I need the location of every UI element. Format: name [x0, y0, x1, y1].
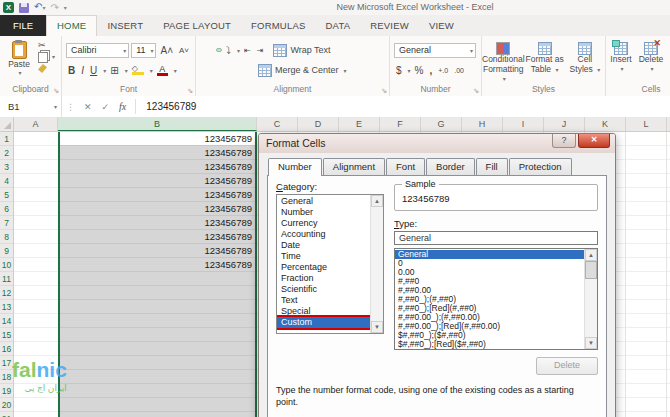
bold-button[interactable]: B: [66, 65, 77, 76]
wrap-text-button[interactable]: Wrap Text: [273, 44, 330, 57]
row-header-21[interactable]: 21: [0, 412, 13, 417]
row-header-9[interactable]: 9: [0, 244, 13, 258]
category-item-general[interactable]: General: [277, 196, 370, 207]
cell-a16[interactable]: [14, 342, 58, 356]
category-scrollbar[interactable]: ▲ ▼: [370, 195, 383, 333]
category-item-date[interactable]: Date: [277, 240, 370, 251]
row-header-6[interactable]: 6: [0, 202, 13, 216]
column-header-f[interactable]: F: [380, 117, 421, 131]
format-painter-icon[interactable]: [38, 64, 55, 73]
cell-b13[interactable]: [60, 300, 255, 314]
tab-review[interactable]: REVIEW: [360, 16, 419, 36]
name-box[interactable]: B1▾: [0, 96, 62, 117]
fill-color-dropdown-icon[interactable]: ▾: [150, 67, 153, 74]
type-code-item-0[interactable]: General: [395, 250, 584, 259]
tab-view[interactable]: VIEW: [419, 16, 464, 36]
scrollbar-thumb[interactable]: [585, 261, 597, 279]
select-all-corner[interactable]: [0, 117, 14, 131]
type-input[interactable]: General: [394, 231, 598, 245]
accounting-dropdown-icon[interactable]: ▾: [408, 67, 411, 74]
row-header-16[interactable]: 16: [0, 342, 13, 356]
cell-b11[interactable]: [60, 272, 255, 286]
row-header-7[interactable]: 7: [0, 216, 13, 230]
cell-b21[interactable]: [60, 412, 255, 417]
cell-a2[interactable]: [14, 146, 58, 160]
decrease-decimal-icon[interactable]: .00: [452, 67, 466, 74]
cell-b12[interactable]: [60, 286, 255, 300]
alignment-dialog-launcher-icon[interactable]: ⇘: [381, 87, 387, 94]
column-header-l[interactable]: L: [626, 117, 667, 131]
category-item-number[interactable]: Number: [277, 207, 370, 218]
cell-b16[interactable]: [60, 342, 255, 356]
insert-function-icon[interactable]: fx: [114, 101, 131, 112]
cell-a6[interactable]: [14, 202, 58, 216]
row-header-13[interactable]: 13: [0, 300, 13, 314]
row-header-12[interactable]: 12: [0, 286, 13, 300]
comma-style-icon[interactable]: ,: [427, 65, 434, 76]
bottom-align-icon[interactable]: [216, 48, 222, 52]
increase-indent-icon[interactable]: ⇥: [255, 46, 266, 55]
row-header-15[interactable]: 15: [0, 328, 13, 342]
column-header-j[interactable]: J: [544, 117, 585, 131]
row-header-2[interactable]: 2: [0, 146, 13, 160]
cell-b9[interactable]: 123456789: [60, 244, 255, 258]
percent-style-icon[interactable]: %: [413, 65, 426, 76]
cell-a5[interactable]: [14, 188, 58, 202]
cell-b2[interactable]: 123456789: [60, 146, 255, 160]
delete-button[interactable]: Delete: [536, 357, 598, 375]
enter-icon[interactable]: ✓: [97, 102, 115, 112]
dialog-help-button[interactable]: ?: [552, 134, 576, 148]
scroll-down-icon[interactable]: ▼: [371, 321, 383, 333]
cell-a14[interactable]: [14, 314, 58, 328]
cell-b3[interactable]: 123456789: [60, 160, 255, 174]
row-header-20[interactable]: 20: [0, 398, 13, 412]
align-right-icon[interactable]: [216, 68, 222, 72]
row-header-10[interactable]: 10: [0, 258, 13, 272]
number-dialog-launcher-icon[interactable]: ⇘: [473, 87, 479, 94]
scroll-down-icon[interactable]: ▼: [585, 337, 597, 349]
dialog-tab-protection[interactable]: Protection: [509, 158, 572, 175]
cell-a1[interactable]: [14, 132, 58, 146]
row-header-3[interactable]: 3: [0, 160, 13, 174]
cell-a3[interactable]: [14, 160, 58, 174]
row-header-11[interactable]: 11: [0, 272, 13, 286]
row-header-1[interactable]: 1: [0, 132, 13, 146]
type-scrollbar[interactable]: ▲ ▼: [584, 249, 597, 349]
align-left-icon[interactable]: [200, 68, 206, 72]
category-item-text[interactable]: Text: [277, 295, 370, 306]
tab-insert[interactable]: INSERT: [97, 16, 153, 36]
type-code-item-1[interactable]: 0: [395, 259, 584, 268]
cell-b19[interactable]: [60, 384, 255, 398]
cell-a20[interactable]: [14, 398, 58, 412]
middle-align-icon[interactable]: [208, 48, 214, 52]
column-header-g[interactable]: G: [421, 117, 462, 131]
category-item-time[interactable]: Time: [277, 251, 370, 262]
name-box-dropdown-icon[interactable]: ▾: [54, 103, 57, 110]
tab-page-layout[interactable]: PAGE LAYOUT: [153, 16, 241, 36]
column-header-b[interactable]: B: [58, 117, 257, 131]
type-code-item-2[interactable]: 0.00: [395, 268, 584, 277]
dialog-tab-number[interactable]: Number: [268, 158, 322, 176]
column-header-c[interactable]: C: [257, 117, 298, 131]
cell-b10[interactable]: 123456789: [60, 258, 255, 272]
dialog-close-button[interactable]: ✕: [578, 134, 610, 148]
font-size-select[interactable]: 11▾: [131, 43, 156, 58]
cell-b15[interactable]: [60, 328, 255, 342]
font-name-select[interactable]: Calibri▾: [66, 43, 129, 58]
cell-b14[interactable]: [60, 314, 255, 328]
row-header-8[interactable]: 8: [0, 230, 13, 244]
cell-a12[interactable]: [14, 286, 58, 300]
dialog-tab-font[interactable]: Font: [386, 158, 425, 175]
cell-a13[interactable]: [14, 300, 58, 314]
category-item-percentage[interactable]: Percentage: [277, 262, 370, 273]
underline-button[interactable]: U: [88, 65, 99, 76]
column-header-k[interactable]: K: [585, 117, 626, 131]
cut-icon[interactable]: ✂: [38, 40, 55, 51]
increase-decimal-icon[interactable]: +.0: [436, 67, 450, 74]
number-format-select[interactable]: General▾: [394, 43, 476, 58]
borders-dropdown-icon[interactable]: ▾: [125, 67, 128, 74]
cancel-icon[interactable]: ✕: [79, 102, 97, 112]
cell-b4[interactable]: 123456789: [60, 174, 255, 188]
orientation-dropdown-icon[interactable]: ▾: [237, 47, 240, 54]
cell-b20[interactable]: [60, 398, 255, 412]
